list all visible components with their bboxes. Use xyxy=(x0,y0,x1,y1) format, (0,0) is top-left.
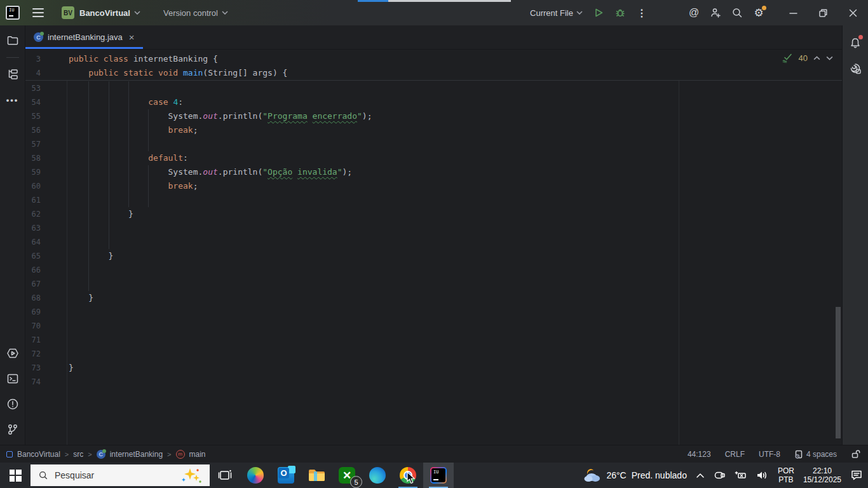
line-number[interactable]: 4 xyxy=(25,66,41,80)
ai-assistant-tool-button[interactable] xyxy=(845,58,865,79)
line-separator[interactable]: CRLF xyxy=(725,450,745,459)
main-menu-button[interactable] xyxy=(27,3,49,22)
more-actions-button[interactable]: ⋮ xyxy=(631,3,653,22)
code-text[interactable]: } xyxy=(69,249,113,263)
file-encoding[interactable]: UTF-8 xyxy=(759,450,780,459)
code-text[interactable]: public static void main(String[] args) { xyxy=(69,66,287,80)
line-number[interactable]: 67 xyxy=(25,277,41,291)
line-number[interactable]: 65 xyxy=(25,249,41,263)
unlock-icon[interactable] xyxy=(851,449,860,459)
vcs-widget[interactable]: Version control xyxy=(154,3,233,22)
code-text[interactable]: System.out.println("Programa encerrado")… xyxy=(69,109,372,123)
battery-input-icon[interactable] xyxy=(735,471,747,480)
structure-tool-button[interactable] xyxy=(3,64,23,85)
code-text[interactable]: } xyxy=(69,361,74,375)
line-number[interactable]: 58 xyxy=(25,151,41,165)
code-line[interactable]: 53 xyxy=(25,81,842,95)
line-number[interactable]: 61 xyxy=(25,193,41,207)
code-text[interactable]: } xyxy=(69,291,93,305)
vertical-scrollbar[interactable] xyxy=(836,307,841,438)
code-text[interactable]: case 4: xyxy=(69,95,183,109)
chrome-app-button[interactable] xyxy=(393,463,423,488)
line-number[interactable]: 73 xyxy=(25,361,41,375)
maximize-button[interactable] xyxy=(808,0,838,25)
breadcrumb-src[interactable]: src xyxy=(73,450,83,459)
code-text[interactable]: } xyxy=(69,207,133,221)
code-text[interactable]: System.out.println("Opção invalida"); xyxy=(69,165,352,179)
line-number[interactable]: 70 xyxy=(25,319,41,333)
indent-setting[interactable]: 4 spaces xyxy=(794,450,837,459)
line-number[interactable]: 60 xyxy=(25,179,41,193)
code-line[interactable]: 64 xyxy=(25,235,842,249)
edge-app-button[interactable] xyxy=(362,463,393,488)
add-user-button[interactable] xyxy=(705,3,726,22)
line-number[interactable]: 55 xyxy=(25,109,41,123)
line-number[interactable]: 74 xyxy=(25,375,41,389)
code-line[interactable]: 68 } xyxy=(25,291,842,305)
xbox-app-button[interactable]: ✕ 5 xyxy=(332,463,362,488)
debug-button[interactable] xyxy=(609,3,631,22)
code-line[interactable]: 58 default: xyxy=(25,151,842,165)
code-line[interactable]: 65 } xyxy=(25,249,842,263)
code-line[interactable]: 73} xyxy=(25,361,842,375)
close-window-button[interactable] xyxy=(838,0,868,25)
volume-icon[interactable] xyxy=(756,470,769,480)
code-text[interactable]: break; xyxy=(69,179,198,193)
code-line[interactable]: 70 xyxy=(25,319,842,333)
code-line[interactable]: 59 System.out.println("Opção invalida"); xyxy=(25,165,842,179)
code-line[interactable]: 3public class internetBanking { xyxy=(25,52,842,66)
vcs-tool-button[interactable] xyxy=(3,419,23,440)
code-line[interactable]: 66 xyxy=(25,263,842,277)
line-number[interactable]: 64 xyxy=(25,235,41,249)
intellij-app-button[interactable]: IU xyxy=(423,463,454,488)
line-number[interactable]: 59 xyxy=(25,165,41,179)
project-widget[interactable]: BV BancoVirtual xyxy=(57,3,146,22)
run-configurations-dropdown[interactable]: Current File xyxy=(525,3,588,22)
minimize-button[interactable] xyxy=(778,0,808,25)
code-line[interactable]: 62 } xyxy=(25,207,842,221)
meet-now-icon[interactable] xyxy=(714,470,726,480)
line-number[interactable]: 62 xyxy=(25,207,41,221)
language-indicator[interactable]: POR PTB xyxy=(778,466,794,484)
code-line[interactable]: 74 xyxy=(25,375,842,389)
line-number[interactable]: 69 xyxy=(25,305,41,319)
line-number[interactable]: 63 xyxy=(25,221,41,235)
hidden-icons-chevron[interactable] xyxy=(696,473,705,478)
inspections-widget[interactable]: 40 xyxy=(782,53,833,63)
line-number[interactable]: 54 xyxy=(25,95,41,109)
settings-button[interactable]: ⚙ xyxy=(748,3,770,22)
start-button[interactable] xyxy=(0,463,31,488)
code-line[interactable]: 72 xyxy=(25,347,842,361)
code-text[interactable]: default: xyxy=(69,151,188,165)
code-line[interactable]: 67 xyxy=(25,277,842,291)
code-line[interactable]: 54 case 4: xyxy=(25,95,842,109)
line-number[interactable]: 3 xyxy=(25,52,41,66)
more-tool-windows-button[interactable]: ••• xyxy=(3,90,23,110)
line-number[interactable]: 66 xyxy=(25,263,41,277)
code-line[interactable]: 57 xyxy=(25,137,842,151)
search-everywhere-button[interactable] xyxy=(726,3,748,22)
code-editor[interactable]: 5354 case 4:55 System.out.println("Progr… xyxy=(25,50,842,445)
code-text[interactable]: break; xyxy=(69,123,198,137)
code-line[interactable]: 56 break; xyxy=(25,123,842,137)
weather-widget[interactable]: 26°C Pred. nublado xyxy=(583,468,686,483)
code-line[interactable]: 4 public static void main(String[] args)… xyxy=(25,66,842,80)
services-tool-button[interactable] xyxy=(3,343,23,363)
code-line[interactable]: 55 System.out.println("Programa encerrad… xyxy=(25,109,842,123)
clock[interactable]: 22:10 15/12/2025 xyxy=(803,466,841,484)
code-line[interactable]: 69 xyxy=(25,305,842,319)
tab-close-icon[interactable]: × xyxy=(129,32,135,42)
problems-tool-button[interactable] xyxy=(3,394,23,414)
breadcrumb-project[interactable]: BancoVirtual xyxy=(17,450,60,459)
line-number[interactable]: 53 xyxy=(25,81,41,95)
tab-internetbanking-java[interactable]: C internetBanking.java × xyxy=(25,25,143,49)
code-line[interactable]: 71 xyxy=(25,333,842,347)
task-view-button[interactable] xyxy=(210,463,240,488)
run-button[interactable] xyxy=(588,3,609,22)
code-text[interactable]: public class internetBanking { xyxy=(69,52,218,66)
outlook-app-button[interactable]: O xyxy=(271,463,301,488)
taskbar-search[interactable]: Pesquisar xyxy=(31,464,210,486)
line-number[interactable]: 68 xyxy=(25,291,41,305)
caret-position[interactable]: 44:123 xyxy=(688,450,711,459)
action-center-icon[interactable] xyxy=(850,470,863,481)
